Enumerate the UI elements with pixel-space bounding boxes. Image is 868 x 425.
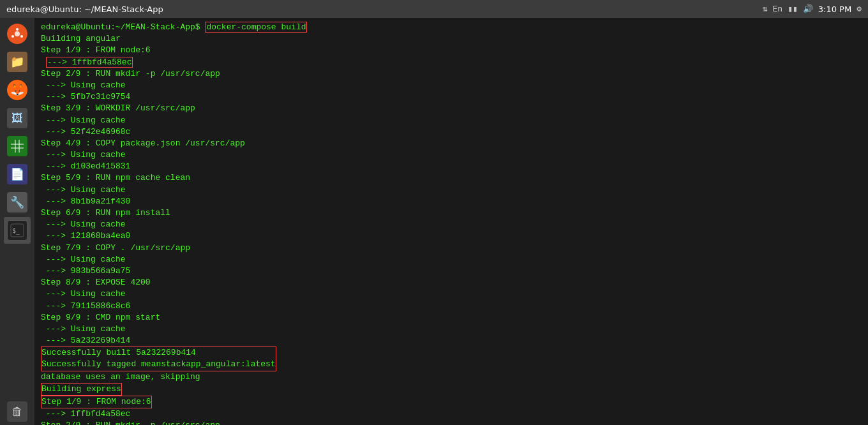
building-express: Building express bbox=[41, 383, 122, 396]
titlebar: edureka@Ubuntu: ~/MEAN-Stack-App ⇅ En ▮▮… bbox=[0, 0, 868, 18]
line-29: Building express bbox=[41, 383, 862, 396]
sidebar-item-settings[interactable]: 🔧 bbox=[4, 189, 31, 216]
line-18: Step 7/9 : COPY . /usr/src/app bbox=[41, 242, 862, 254]
line-26: ---> 5a232269b414 bbox=[41, 335, 862, 347]
files-folder-icon: 📁 bbox=[7, 52, 27, 72]
titlebar-time: 3:10 PM bbox=[818, 4, 851, 14]
line-31: ---> 1ffbfd4a58ec bbox=[41, 408, 862, 420]
titlebar-title: edureka@Ubuntu: ~/MEAN-Stack-App bbox=[6, 4, 163, 14]
line-0: Building angular bbox=[41, 33, 862, 45]
svg-point-1 bbox=[15, 31, 20, 36]
line-24: Step 9/9 : CMD npm start bbox=[41, 312, 862, 324]
photos-icon: 🖼 bbox=[7, 108, 27, 128]
line-2: ---> 1ffbfd4a58ec bbox=[41, 57, 862, 68]
terminal-window[interactable]: edureka@Ubuntu:~/MEAN-Stack-App$ docker-… bbox=[34, 18, 868, 425]
line-21: Step 8/9 : EXPOSE 4200 bbox=[41, 277, 862, 288]
docs-app-icon: 📄 bbox=[7, 164, 27, 184]
firefox-browser-icon: 🦊 bbox=[7, 80, 27, 100]
sidebar: 📁 🦊 🖼 📄 🔧 bbox=[0, 18, 34, 425]
line-16: ---> Using cache bbox=[41, 219, 862, 230]
sidebar-item-photos[interactable]: 🖼 bbox=[4, 105, 31, 131]
sidebar-item-docs[interactable]: 📄 bbox=[4, 161, 31, 188]
terminal-command: docker-compose build bbox=[205, 22, 307, 33]
sidebar-item-terminal[interactable]: $_ bbox=[4, 217, 31, 244]
line-25: ---> Using cache bbox=[41, 324, 862, 335]
main-area: 📁 🦊 🖼 📄 🔧 bbox=[0, 18, 868, 425]
trash-icon: 🗑 bbox=[7, 401, 27, 422]
ubuntu-logo-icon bbox=[7, 24, 27, 44]
svg-point-2 bbox=[16, 28, 19, 31]
sidebar-item-firefox[interactable]: 🦊 bbox=[4, 77, 31, 103]
svg-point-4 bbox=[11, 35, 14, 38]
line-20: ---> 983b566a9a75 bbox=[41, 265, 862, 277]
terminal-prompt-line: edureka@Ubuntu:~/MEAN-Stack-App$ docker-… bbox=[41, 22, 862, 33]
spreadsheet-app-icon bbox=[7, 136, 27, 156]
sidebar-item-ubuntu[interactable] bbox=[4, 20, 31, 47]
line-27: Successfully built 5a232269b414 Successf… bbox=[41, 347, 862, 371]
line-13: ---> Using cache bbox=[41, 184, 862, 196]
line-22: ---> Using cache bbox=[41, 288, 862, 300]
line-19: ---> Using cache bbox=[41, 254, 862, 265]
line-7: ---> Using cache bbox=[41, 115, 862, 126]
line-8: ---> 52f42e46968c bbox=[41, 126, 862, 138]
line-12: Step 5/9 : RUN npm cache clean bbox=[41, 172, 862, 184]
line-30: Step 1/9 : FROM node:6 bbox=[41, 396, 862, 408]
svg-text:$_: $_ bbox=[12, 227, 20, 235]
sidebar-item-spreadsheet[interactable] bbox=[4, 133, 31, 160]
line-4: ---> Using cache bbox=[41, 80, 862, 91]
battery-icon: ▮▮ bbox=[788, 4, 798, 14]
en-icon: En bbox=[773, 4, 783, 14]
terminal-output: edureka@Ubuntu:~/MEAN-Stack-App$ docker-… bbox=[34, 18, 868, 425]
step-1-9-express: Step 1/9 : FROM node:6 bbox=[41, 396, 152, 408]
hash-1: ---> 1ffbfd4a58ec bbox=[46, 57, 133, 68]
line-3: Step 2/9 : RUN mkdir -p /usr/src/app bbox=[41, 68, 862, 80]
arrows-icon: ⇅ bbox=[763, 4, 768, 14]
sidebar-item-trash[interactable]: 🗑 bbox=[4, 398, 31, 425]
svg-rect-5 bbox=[11, 140, 24, 153]
line-10: ---> Using cache bbox=[41, 149, 862, 161]
line-23: ---> 79115886c8c6 bbox=[41, 301, 862, 312]
line-14: ---> 8b1b9a21f430 bbox=[41, 196, 862, 207]
titlebar-right-icons: ⇅ En ▮▮ 🔊 3:10 PM ⚙ bbox=[763, 4, 862, 14]
terminal-prompt: edureka@Ubuntu:~/MEAN-Stack-App$ bbox=[41, 22, 200, 32]
svg-point-3 bbox=[20, 35, 23, 38]
line-28: database uses an image, skipping bbox=[41, 371, 862, 383]
terminal-app-icon: $_ bbox=[7, 220, 27, 241]
line-17: ---> 121868ba4ea0 bbox=[41, 230, 862, 242]
system-settings-icon[interactable]: ⚙ bbox=[857, 4, 862, 14]
settings-app-icon: 🔧 bbox=[7, 192, 27, 212]
success-built: Successfully built 5a232269b414 Successf… bbox=[41, 347, 276, 371]
line-5: ---> 5fb7c31c9754 bbox=[41, 91, 862, 103]
sidebar-item-files[interactable]: 📁 bbox=[4, 48, 31, 75]
line-11: ---> d103ed415831 bbox=[41, 161, 862, 172]
line-9: Step 4/9 : COPY package.json /usr/src/ap… bbox=[41, 138, 862, 149]
line-1: Step 1/9 : FROM node:6 bbox=[41, 45, 862, 56]
line-6: Step 3/9 : WORKDIR /usr/src/app bbox=[41, 103, 862, 114]
line-32: Step 2/9 : RUN mkdir -p /usr/src/app bbox=[41, 420, 862, 425]
line-15: Step 6/9 : RUN npm install bbox=[41, 207, 862, 219]
volume-icon: 🔊 bbox=[803, 4, 813, 14]
